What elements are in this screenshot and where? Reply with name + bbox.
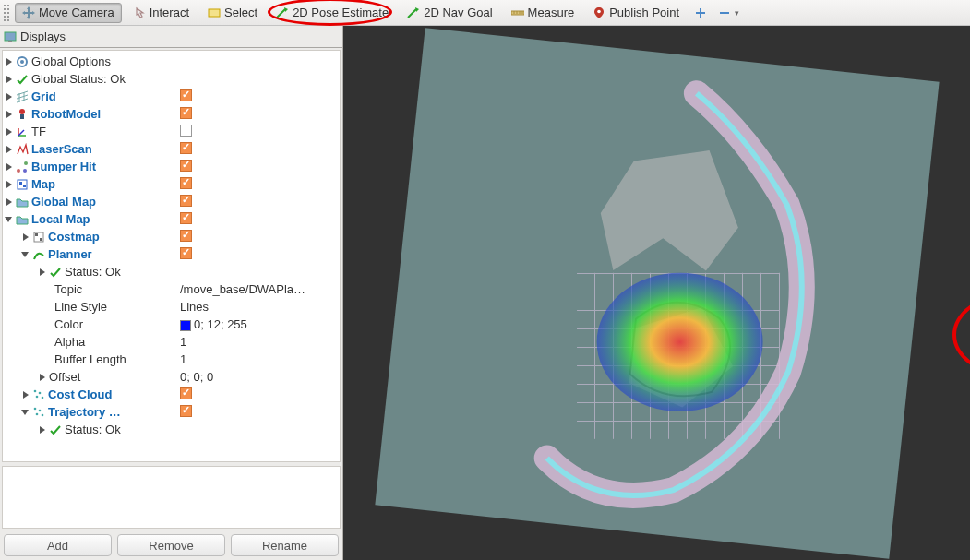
interact-button[interactable]: Interact — [126, 3, 197, 23]
tree-item-global-status[interactable]: Global Status: Ok — [3, 70, 340, 88]
minus-icon — [718, 6, 731, 19]
svg-marker-5 — [415, 7, 419, 12]
tree-item-robotmodel[interactable]: RobotModel — [3, 105, 340, 123]
remove-button[interactable]: Remove — [117, 534, 225, 556]
tree-item-laserscan[interactable]: LaserScan — [3, 140, 340, 158]
tree-label: Local Map — [31, 212, 90, 226]
tree-item-trajectory[interactable]: Trajectory … — [3, 403, 340, 421]
tree-prop-linestyle[interactable]: Line Style Lines — [3, 298, 340, 316]
svg-point-40 — [42, 413, 44, 416]
move-camera-icon — [22, 6, 35, 19]
robotmodel-checkbox[interactable] — [180, 107, 192, 119]
path-icon — [32, 248, 45, 261]
prop-label: Color — [54, 317, 83, 331]
rename-button[interactable]: Rename — [231, 534, 339, 556]
select-label: Select — [224, 6, 257, 19]
prop-label: Topic — [54, 282, 82, 296]
svg-point-35 — [36, 395, 39, 398]
tree-prop-color[interactable]: Color 0; 12; 255 — [3, 316, 340, 333]
displays-header[interactable]: Displays — [0, 26, 342, 48]
tree-item-globalmap[interactable]: Global Map — [3, 193, 340, 210]
planner-checkbox[interactable] — [180, 247, 192, 259]
select-icon — [208, 6, 221, 19]
remove-tool-button[interactable]: ▾ — [714, 3, 743, 23]
prop-label: Line Style — [54, 300, 107, 314]
add-tool-button[interactable] — [690, 3, 711, 23]
3d-viewport[interactable] — [343, 26, 970, 560]
svg-rect-28 — [19, 182, 22, 185]
tree-item-costmap[interactable]: Costmap — [3, 228, 340, 245]
tree-label: RobotModel — [31, 107, 101, 121]
move-camera-button[interactable]: Move Camera — [15, 3, 122, 23]
laserscan-icon — [16, 143, 29, 156]
prop-value[interactable]: 1 — [180, 335, 186, 349]
prop-label: Buffer Length — [54, 352, 126, 366]
tree-item-localmap[interactable]: Local Map — [3, 210, 340, 228]
pose-estimate-icon — [276, 6, 289, 19]
bumper-checkbox[interactable] — [180, 160, 192, 172]
plus-icon — [694, 6, 707, 19]
tree-label: Planner — [48, 247, 92, 261]
tree-label: Status: Ok — [65, 265, 121, 279]
svg-point-26 — [23, 169, 27, 173]
add-button[interactable]: Add — [4, 534, 112, 556]
tree-item-planner[interactable]: Planner — [3, 245, 340, 263]
svg-rect-1 — [209, 9, 220, 17]
tree-prop-topic[interactable]: Topic /move_base/DWAPla… — [3, 280, 340, 298]
select-button[interactable]: Select — [200, 3, 265, 23]
prop-value[interactable]: 1 — [180, 352, 186, 366]
tree-item-planner-status[interactable]: Status: Ok — [3, 263, 340, 280]
tf-checkbox[interactable] — [180, 125, 192, 137]
tree-item-tf[interactable]: TF — [3, 123, 340, 140]
measure-button[interactable]: Measure — [504, 3, 582, 23]
tree-item-grid[interactable]: Grid — [3, 88, 340, 105]
svg-marker-3 — [284, 7, 288, 12]
localmap-checkbox[interactable] — [180, 212, 192, 224]
toolbar-grip[interactable] — [4, 5, 9, 21]
panel-button-row: Add Remove Rename — [0, 530, 342, 560]
tree-item-trajectory-status[interactable]: Status: Ok — [3, 421, 340, 438]
svg-point-39 — [36, 412, 39, 415]
grid-checkbox[interactable] — [180, 89, 192, 101]
tree-label: Global Options — [31, 54, 111, 68]
tree-label: Bumper Hit — [31, 160, 96, 173]
prop-value[interactable]: /move_base/DWAPla… — [180, 282, 305, 296]
tree-label: Status: Ok — [65, 423, 121, 436]
pointcloud-icon — [32, 388, 45, 401]
check-icon — [16, 73, 29, 86]
map-render — [375, 28, 939, 559]
svg-point-38 — [39, 409, 42, 411]
svg-point-36 — [42, 396, 44, 399]
svg-point-41 — [596, 272, 762, 411]
tree-label: Global Status: Ok — [31, 72, 126, 86]
prop-value[interactable]: Lines — [180, 300, 209, 314]
costmap-checkbox[interactable] — [180, 230, 192, 242]
tf-icon — [16, 125, 29, 138]
publish-point-button[interactable]: Publish Point — [585, 3, 687, 23]
svg-rect-20 — [20, 114, 24, 119]
svg-point-33 — [34, 389, 37, 392]
tree-label: Trajectory … — [48, 405, 121, 419]
svg-point-37 — [34, 407, 37, 410]
tree-prop-buflen[interactable]: Buffer Length 1 — [3, 351, 340, 368]
tree-prop-offset[interactable]: Offset 0; 0; 0 — [3, 368, 340, 386]
tree-item-costcloud[interactable]: Cost Cloud — [3, 386, 340, 403]
displays-tree[interactable]: Global Options Global Status: Ok Grid Ro… — [2, 50, 341, 462]
map-checkbox[interactable] — [180, 177, 192, 189]
tree-item-map[interactable]: Map — [3, 175, 340, 193]
tree-item-bumper[interactable]: Bumper Hit — [3, 158, 340, 175]
svg-point-25 — [24, 161, 28, 165]
costcloud-checkbox[interactable] — [180, 387, 192, 399]
laserscan-checkbox[interactable] — [180, 142, 192, 154]
costcloud-overlay — [375, 28, 939, 559]
trajectory-checkbox[interactable] — [180, 405, 192, 417]
move-camera-label: Move Camera — [39, 6, 114, 19]
svg-line-4 — [408, 9, 416, 18]
pose-estimate-label: 2D Pose Estimate — [293, 6, 389, 19]
pose-estimate-button[interactable]: 2D Pose Estimate — [269, 3, 396, 23]
prop-value[interactable]: 0; 0; 0 — [180, 370, 213, 384]
tree-prop-alpha[interactable]: Alpha 1 — [3, 333, 340, 351]
tree-item-global-options[interactable]: Global Options — [3, 53, 340, 70]
nav-goal-button[interactable]: 2D Nav Goal — [400, 3, 499, 23]
globalmap-checkbox[interactable] — [180, 195, 192, 207]
